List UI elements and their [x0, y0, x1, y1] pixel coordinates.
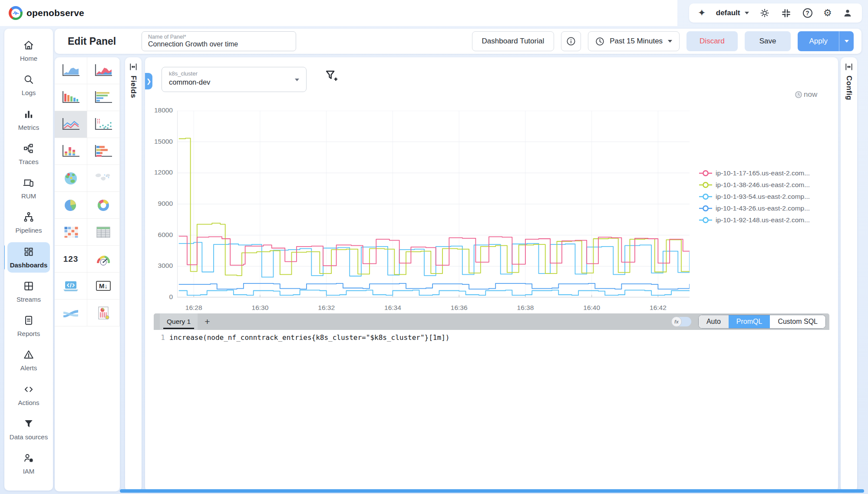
iam-icon [23, 452, 34, 465]
x-axis-tick-label: 16:34 [375, 304, 410, 312]
query-mode-custom-sql[interactable]: Custom SQL [770, 315, 825, 328]
x-axis-tick-label: 16:42 [640, 304, 675, 312]
sidebar-item-rum[interactable]: RUM [7, 173, 50, 204]
chart-type-donut-chart[interactable] [87, 192, 120, 219]
chart-type-line-chart[interactable] [55, 111, 87, 138]
fields-panel-collapsed[interactable]: Fields [125, 57, 142, 491]
chart-type-vertical-bar-chart[interactable] [55, 84, 87, 111]
sidebar-item-logs[interactable]: Logs [7, 70, 50, 100]
sidebar-item-streams[interactable]: Streams [7, 277, 50, 307]
chart-type-stacked-vertical-bar-chart[interactable] [55, 138, 87, 165]
sidebar-item-label: Streams [17, 296, 41, 303]
legend-item[interactable]: ip-10-1-92-148.us-east-2.com... [699, 216, 810, 224]
legend-item[interactable]: ip-10-1-43-26.us-east-2.comp... [699, 204, 810, 212]
save-button[interactable]: Save [745, 31, 791, 51]
help-icon[interactable]: ? [802, 7, 813, 19]
query-tab-bar: Query 1 + fx AutoPromQLCustom SQL [154, 313, 829, 330]
org-selector[interactable]: default [716, 9, 749, 17]
fields-expand-button[interactable]: ❯ [145, 73, 152, 89]
apply-dropdown-toggle[interactable] [839, 31, 854, 51]
sidebar-item-label: Logs [22, 89, 36, 96]
sidebar-item-data-sources[interactable]: Data sources [7, 414, 50, 445]
chart-type-world-map[interactable] [87, 165, 120, 192]
chart-type-stacked-horizontal-bar-chart[interactable] [87, 138, 120, 165]
sidebar-item-alerts[interactable]: Alerts [7, 345, 50, 375]
fx-function-toggle[interactable]: fx [671, 317, 691, 326]
k8s-cluster-variable-dropdown[interactable]: k8s_cluster common-dev [162, 67, 307, 92]
sidebar-item-traces[interactable]: Traces [7, 139, 50, 169]
chevron-down-icon [668, 40, 672, 43]
chart-type-geo-map[interactable] [55, 165, 87, 192]
query-editor[interactable]: 1 increase(node_nf_conntrack_entries{k8s… [154, 330, 829, 491]
chart-type-area-chart[interactable] [55, 57, 87, 84]
top-bar-controls: ✦ default ? ⚙ [689, 3, 862, 23]
chart-type-heatmap-chart[interactable] [55, 219, 87, 246]
sidebar-item-pipelines[interactable]: Pipelines [7, 207, 50, 238]
query-mode-promql[interactable]: PromQL [729, 315, 770, 328]
legend-line-marker-icon [699, 170, 712, 177]
streams-icon [23, 280, 34, 293]
sidebar-item-dashboards[interactable]: Dashboards [7, 242, 50, 273]
y-axis-tick-label: 9000 [145, 200, 173, 207]
info-button[interactable] [561, 31, 581, 51]
search-icon [23, 74, 34, 87]
chevron-down-icon [295, 79, 299, 81]
x-axis-tick-label: 16:40 [574, 304, 609, 312]
chart-type-table-chart[interactable] [87, 219, 120, 246]
sidebar-item-label: IAM [23, 468, 35, 475]
add-filter-icon[interactable] [324, 69, 339, 85]
settings-gear-icon[interactable]: ⚙ [823, 8, 832, 18]
chart-type-horizontal-bar-chart[interactable] [87, 84, 120, 111]
page-title: Edit Panel [68, 36, 116, 47]
chart-plot-area [177, 111, 690, 297]
sparkle-icon[interactable]: ✦ [698, 8, 706, 18]
sidebar-item-iam[interactable]: IAM [7, 448, 50, 479]
legend-item[interactable]: ip-10-1-38-246.us-east-2.com... [699, 181, 810, 189]
openobserve-logo[interactable]: openobserve [9, 6, 84, 20]
now-label: now [804, 90, 817, 99]
chart-type-sankey-chart[interactable] [55, 300, 87, 326]
horizontal-resize-splitter[interactable] [120, 489, 864, 493]
sidebar-item-metrics[interactable]: Metrics [7, 105, 50, 135]
chart-type-metric-text[interactable]: 123 [55, 246, 87, 273]
y-axis-tick-label: 0 [145, 293, 173, 301]
sidebar-item-reports[interactable]: Reports [7, 311, 50, 341]
chart-type-markdown-editor[interactable]: M↓ [87, 273, 120, 300]
chart-type-selector: 123M↓ [55, 57, 120, 491]
query-tab-1[interactable]: Query 1 [160, 313, 198, 330]
sidebar-item-actions[interactable]: Actions [7, 380, 50, 410]
discard-button[interactable]: Discard [686, 31, 738, 51]
chart-type-gauge-chart[interactable] [87, 246, 120, 273]
query-mode-switcher: AutoPromQLCustom SQL [698, 315, 826, 329]
y-axis-tick-label: 6000 [145, 231, 173, 239]
chart-type-custom-chart[interactable] [87, 300, 120, 326]
fx-toggle-knob: fx [671, 316, 682, 327]
x-axis-tick-label: 16:36 [442, 304, 476, 312]
chart-type-stacked-area-chart[interactable] [87, 57, 120, 84]
legend-item[interactable]: ip-10-1-17-165.us-east-2.com... [699, 169, 810, 177]
trace-icon [23, 143, 34, 156]
query-mode-auto[interactable]: Auto [699, 315, 729, 328]
chart-legend: ip-10-1-17-165.us-east-2.com... ip-10-1-… [699, 169, 810, 224]
chart-type-html-editor[interactable] [55, 273, 87, 300]
user-icon[interactable] [842, 7, 853, 19]
dashboard-tutorial-button[interactable]: Dashboard Tutorial [472, 31, 554, 51]
sidebar-item-home[interactable]: Home [7, 36, 50, 66]
time-range-value: Past 15 Minutes [610, 37, 663, 46]
time-series-chart[interactable]: 0300060009000120001500018000 16:2816:301… [177, 111, 690, 297]
apply-button[interactable]: Apply [798, 31, 854, 51]
legend-series-name: ip-10-1-93-54.us-east-2.comp... [716, 193, 810, 201]
devices-icon [23, 177, 34, 190]
org-selector-value: default [716, 9, 740, 17]
slack-icon[interactable] [780, 7, 792, 19]
legend-series-name: ip-10-1-92-148.us-east-2.com... [716, 216, 810, 224]
panel-name-input[interactable]: Name of Panel* Connection Growth over ti… [142, 31, 296, 51]
theme-sun-icon[interactable] [759, 7, 770, 19]
logo-text: openobserve [26, 8, 84, 18]
config-panel-collapsed[interactable]: Config [841, 57, 857, 491]
add-query-button[interactable]: + [205, 316, 210, 327]
legend-item[interactable]: ip-10-1-93-54.us-east-2.comp... [699, 193, 810, 201]
time-range-selector[interactable]: Past 15 Minutes [588, 31, 680, 51]
chart-type-pie-chart[interactable] [55, 192, 87, 219]
chart-type-scatter-chart[interactable] [87, 111, 120, 138]
